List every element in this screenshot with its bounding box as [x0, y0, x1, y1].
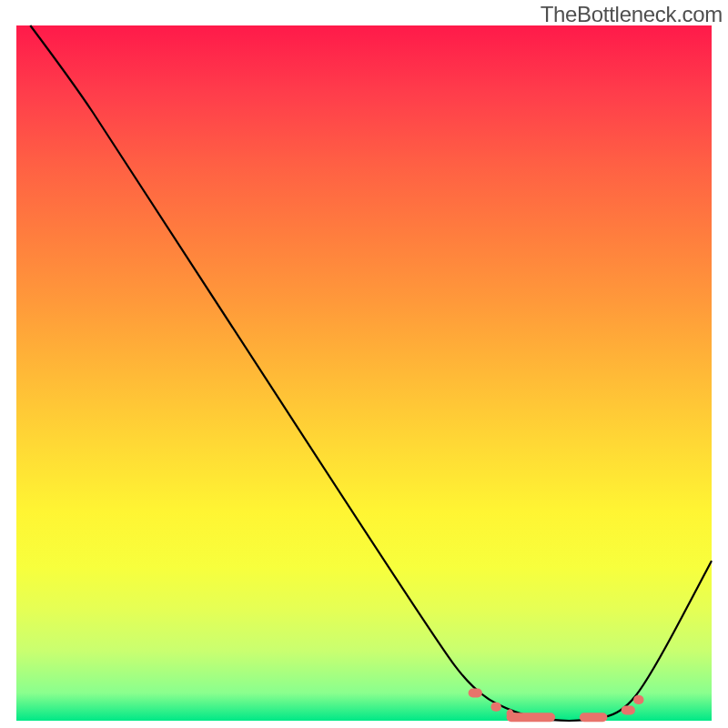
plot-area	[16, 25, 712, 721]
watermark-label: TheBottleneck.com	[541, 2, 723, 27]
chart-container: TheBottleneck.com	[0, 0, 728, 728]
bottleneck-curve-path	[30, 25, 712, 721]
curve-marker	[580, 713, 608, 722]
curve-marker	[469, 688, 482, 697]
curve-marker	[622, 706, 635, 715]
curve-marker	[490, 703, 500, 712]
curve-marker	[633, 695, 643, 704]
curve-markers	[469, 688, 644, 722]
curve-svg	[16, 25, 712, 721]
curve-marker	[507, 713, 555, 722]
